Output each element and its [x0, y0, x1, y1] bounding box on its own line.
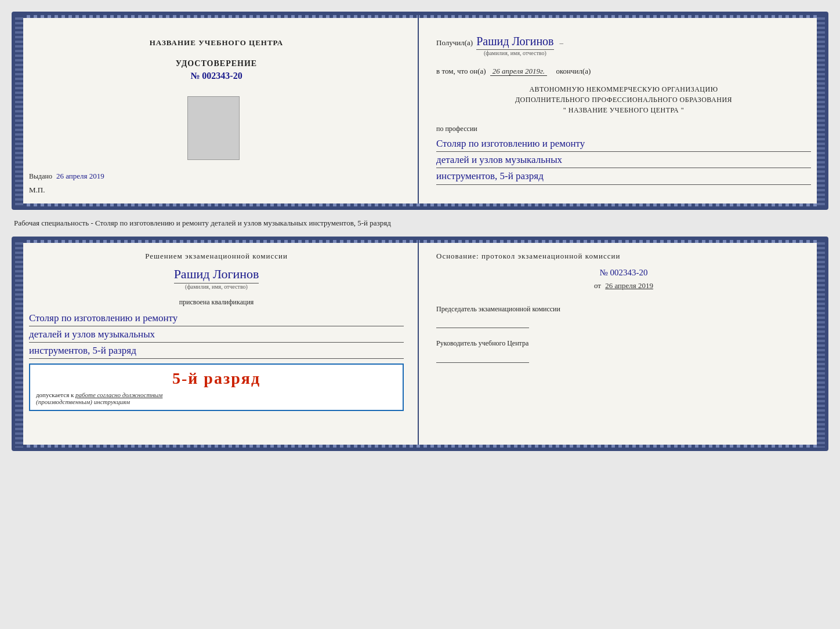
allowed-label: допускается к работе согласно должностны…	[36, 391, 397, 398]
recipient-prefix: Получил(а)	[436, 38, 473, 48]
name-block: Рашид Логинов (фамилия, имя, отчество)	[476, 35, 553, 56]
protocol-number: № 002343-20	[436, 268, 811, 278]
decision-title: Решением экзаменационной комиссии	[29, 250, 404, 262]
date-fact-prefix: в том, что он(а)	[436, 67, 486, 75]
commission-signature-line	[436, 328, 529, 328]
okончил: окончил(а)	[556, 67, 591, 75]
big-rank: 5-й разряд	[36, 369, 397, 388]
bottom-left-panel: Решением экзаменационной комиссии Рашид …	[15, 240, 419, 448]
profession-line2: деталей и узлов музыкальных	[436, 152, 811, 168]
qual-line1: Столяр по изготовлению и ремонту	[29, 310, 404, 326]
profession-lines: Столяр по изготовлению и ремонту деталей…	[436, 136, 811, 185]
date-prefix: от	[594, 281, 601, 290]
qual-line3: инструментов, 5-й разряд	[29, 343, 404, 359]
person-name-block: Рашид Логинов (фамилия, имя, отчество)	[29, 267, 404, 290]
recipient-line: Получил(а) Рашид Логинов (фамилия, имя, …	[436, 32, 811, 56]
recipient-name: Рашид Логинов	[476, 35, 553, 50]
top-right-panel: Получил(а) Рашид Логинов (фамилия, имя, …	[419, 15, 825, 206]
issued-line: Выдано 26 апреля 2019	[29, 172, 104, 181]
top-left-panel: НАЗВАНИЕ УЧЕБНОГО ЦЕНТРА УДОСТОВЕРЕНИЕ №…	[15, 15, 419, 206]
separator-label: Рабочая специальность - Столяр по изгото…	[12, 214, 828, 232]
protocol-date: от 26 апреля 2019	[436, 281, 811, 290]
bottom-document-panel: Решением экзаменационной комиссии Рашид …	[12, 237, 828, 451]
certificate-block: УДОСТОВЕРЕНИЕ № 002343-20	[176, 59, 257, 81]
learning-center-title: НАЗВАНИЕ УЧЕБНОГО ЦЕНТРА	[150, 38, 284, 48]
bottom-qualification-lines: Столяр по изготовлению и ремонту деталей…	[29, 310, 404, 359]
org-line3: " НАЗВАНИЕ УЧЕБНОГО ЦЕНТРА "	[436, 105, 811, 115]
dash: –	[560, 38, 564, 48]
certificate-label: УДОСТОВЕРЕНИЕ	[176, 59, 257, 68]
org-line2: ДОПОЛНИТЕЛЬНОГО ПРОФЕССИОНАЛЬНОГО ОБРАЗО…	[436, 94, 811, 105]
allowed-text2: (производственным) инструкциям	[36, 398, 397, 405]
profession-line3: инструментов, 5-й разряд	[436, 168, 811, 184]
rank-highlight-box: 5-й разряд допускается к работе согласно…	[29, 363, 404, 411]
profession-line1: Столяр по изготовлению и ремонту	[436, 136, 811, 152]
spine-right-bottom	[817, 240, 825, 448]
mp-label: М.П.	[29, 186, 45, 195]
allowed-prefix: допускается к	[36, 391, 74, 398]
basis-title: Основание: протокол экзаменационной коми…	[436, 250, 811, 262]
page-wrapper: НАЗВАНИЕ УЧЕБНОГО ЦЕНТРА УДОСТОВЕРЕНИЕ №…	[6, 6, 834, 457]
decision-line1: Решением экзаменационной комиссии	[145, 252, 288, 260]
certificate-number: № 002343-20	[176, 71, 257, 81]
issued-date: 26 апреля 2019	[56, 172, 104, 180]
top-document-panel: НАЗВАНИЕ УЧЕБНОГО ЦЕНТРА УДОСТОВЕРЕНИЕ №…	[12, 12, 828, 210]
photo-placeholder	[187, 96, 240, 160]
protocol-date-val: 26 апреля 2019	[605, 281, 653, 290]
profession-label: по профессии	[436, 125, 811, 133]
person-name: Рашид Логинов	[174, 267, 259, 283]
assigned-label: присвоена квалификация	[29, 298, 404, 307]
qual-line2: деталей и узлов музыкальных	[29, 326, 404, 343]
person-fio-sub: (фамилия, имя, отчество)	[29, 283, 404, 290]
org-block: АВТОНОМНУЮ НЕКОММЕРЧЕСКУЮ ОРГАНИЗАЦИЮ ДО…	[436, 84, 811, 115]
director-signature-line	[436, 362, 529, 363]
director-label: Руководитель учебного Центра	[436, 339, 811, 348]
commission-label: Председатель экзаменационной комиссии	[436, 304, 811, 314]
fio-sub: (фамилия, имя, отчество)	[476, 50, 553, 56]
allowed-text: работе согласно должностным	[75, 391, 162, 398]
bottom-right-panel: Основание: протокол экзаменационной коми…	[419, 240, 825, 448]
org-line1: АВТОНОМНУЮ НЕКОММЕРЧЕСКУЮ ОРГАНИЗАЦИЮ	[436, 84, 811, 94]
date-fact-line: в том, что он(а) 26 апреля 2019г. окончи…	[436, 67, 811, 76]
date-fact-value: 26 апреля 2019г.	[490, 67, 547, 76]
spine-right-top	[817, 15, 825, 206]
